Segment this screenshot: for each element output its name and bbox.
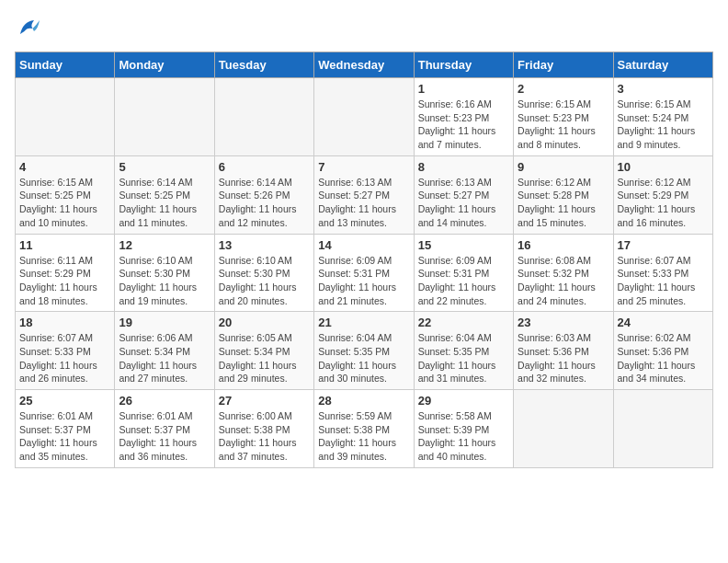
day-cell: 18Sunrise: 6:07 AM Sunset: 5:33 PM Dayli… xyxy=(16,312,115,390)
day-cell: 8Sunrise: 6:13 AM Sunset: 5:27 PM Daylig… xyxy=(414,155,513,234)
day-cell: 29Sunrise: 5:58 AM Sunset: 5:39 PM Dayli… xyxy=(414,390,513,468)
day-cell: 17Sunrise: 6:07 AM Sunset: 5:33 PM Dayli… xyxy=(613,234,712,312)
day-cell: 10Sunrise: 6:12 AM Sunset: 5:29 PM Dayli… xyxy=(613,155,712,234)
day-number: 19 xyxy=(119,316,210,329)
day-cell xyxy=(613,390,712,468)
week-row-4: 18Sunrise: 6:07 AM Sunset: 5:33 PM Dayli… xyxy=(16,312,713,390)
day-number: 2 xyxy=(518,82,609,96)
day-cell: 12Sunrise: 6:10 AM Sunset: 5:30 PM Dayli… xyxy=(115,234,214,312)
day-cell: 20Sunrise: 6:05 AM Sunset: 5:34 PM Dayli… xyxy=(214,312,313,390)
day-cell xyxy=(314,78,414,156)
day-number: 18 xyxy=(19,316,110,329)
day-number: 20 xyxy=(219,316,310,329)
day-cell: 11Sunrise: 6:11 AM Sunset: 5:29 PM Dayli… xyxy=(16,234,115,312)
header-row: SundayMondayTuesdayWednesdayThursdayFrid… xyxy=(16,52,713,78)
day-info: Sunrise: 6:14 AM Sunset: 5:26 PM Dayligh… xyxy=(219,176,310,230)
day-cell: 2Sunrise: 6:15 AM Sunset: 5:23 PM Daylig… xyxy=(514,78,613,156)
day-info: Sunrise: 6:13 AM Sunset: 5:27 PM Dayligh… xyxy=(418,176,509,230)
day-info: Sunrise: 6:06 AM Sunset: 5:34 PM Dayligh… xyxy=(119,331,210,385)
day-number: 23 xyxy=(518,316,609,329)
day-info: Sunrise: 6:02 AM Sunset: 5:36 PM Dayligh… xyxy=(618,331,709,385)
day-cell: 13Sunrise: 6:10 AM Sunset: 5:30 PM Dayli… xyxy=(214,234,313,312)
day-number: 14 xyxy=(318,238,409,252)
day-cell xyxy=(514,390,613,468)
day-cell: 27Sunrise: 6:00 AM Sunset: 5:38 PM Dayli… xyxy=(214,390,313,468)
day-cell: 19Sunrise: 6:06 AM Sunset: 5:34 PM Dayli… xyxy=(115,312,214,390)
day-info: Sunrise: 6:12 AM Sunset: 5:29 PM Dayligh… xyxy=(618,176,709,230)
day-number: 22 xyxy=(418,316,509,329)
day-cell: 1Sunrise: 6:16 AM Sunset: 5:23 PM Daylig… xyxy=(414,78,513,156)
header-cell-wednesday: Wednesday xyxy=(314,52,414,78)
day-info: Sunrise: 6:07 AM Sunset: 5:33 PM Dayligh… xyxy=(618,254,709,308)
day-info: Sunrise: 6:11 AM Sunset: 5:29 PM Dayligh… xyxy=(19,254,110,308)
day-cell: 6Sunrise: 6:14 AM Sunset: 5:26 PM Daylig… xyxy=(214,155,313,234)
day-info: Sunrise: 6:00 AM Sunset: 5:38 PM Dayligh… xyxy=(219,409,310,464)
day-cell: 25Sunrise: 6:01 AM Sunset: 5:37 PM Dayli… xyxy=(16,390,115,468)
day-number: 16 xyxy=(518,238,609,252)
calendar-header: SundayMondayTuesdayWednesdayThursdayFrid… xyxy=(16,52,713,78)
day-info: Sunrise: 6:05 AM Sunset: 5:34 PM Dayligh… xyxy=(219,331,310,385)
day-info: Sunrise: 6:04 AM Sunset: 5:35 PM Dayligh… xyxy=(418,331,509,385)
day-number: 11 xyxy=(19,238,110,252)
day-info: Sunrise: 6:09 AM Sunset: 5:31 PM Dayligh… xyxy=(418,254,509,308)
day-number: 28 xyxy=(318,394,409,408)
day-number: 9 xyxy=(518,160,609,174)
day-info: Sunrise: 6:10 AM Sunset: 5:30 PM Dayligh… xyxy=(119,254,210,308)
day-info: Sunrise: 6:14 AM Sunset: 5:25 PM Dayligh… xyxy=(119,176,210,230)
day-info: Sunrise: 6:01 AM Sunset: 5:37 PM Dayligh… xyxy=(119,409,210,464)
logo-icon xyxy=(15,15,42,42)
day-cell: 21Sunrise: 6:04 AM Sunset: 5:35 PM Dayli… xyxy=(314,312,414,390)
day-info: Sunrise: 6:10 AM Sunset: 5:30 PM Dayligh… xyxy=(219,254,310,308)
day-number: 4 xyxy=(19,160,110,174)
header-cell-monday: Monday xyxy=(115,52,214,78)
week-row-5: 25Sunrise: 6:01 AM Sunset: 5:37 PM Dayli… xyxy=(16,390,713,468)
day-info: Sunrise: 6:15 AM Sunset: 5:24 PM Dayligh… xyxy=(618,98,709,152)
day-cell: 26Sunrise: 6:01 AM Sunset: 5:37 PM Dayli… xyxy=(115,390,214,468)
calendar-table: SundayMondayTuesdayWednesdayThursdayFrid… xyxy=(15,52,713,468)
day-number: 21 xyxy=(318,316,409,329)
day-info: Sunrise: 6:15 AM Sunset: 5:23 PM Dayligh… xyxy=(518,98,609,152)
day-number: 5 xyxy=(119,160,210,174)
page-header xyxy=(15,15,713,42)
day-info: Sunrise: 6:08 AM Sunset: 5:32 PM Dayligh… xyxy=(518,254,609,308)
header-cell-saturday: Saturday xyxy=(613,52,712,78)
day-number: 6 xyxy=(219,160,310,174)
day-number: 8 xyxy=(418,160,509,174)
day-cell xyxy=(214,78,313,156)
day-cell: 28Sunrise: 5:59 AM Sunset: 5:38 PM Dayli… xyxy=(314,390,414,468)
day-cell: 23Sunrise: 6:03 AM Sunset: 5:36 PM Dayli… xyxy=(514,312,613,390)
day-cell: 24Sunrise: 6:02 AM Sunset: 5:36 PM Dayli… xyxy=(613,312,712,390)
header-cell-friday: Friday xyxy=(514,52,613,78)
week-row-1: 1Sunrise: 6:16 AM Sunset: 5:23 PM Daylig… xyxy=(16,78,713,156)
day-cell: 4Sunrise: 6:15 AM Sunset: 5:25 PM Daylig… xyxy=(16,155,115,234)
day-cell: 3Sunrise: 6:15 AM Sunset: 5:24 PM Daylig… xyxy=(613,78,712,156)
day-number: 17 xyxy=(618,238,709,252)
day-number: 12 xyxy=(119,238,210,252)
day-cell xyxy=(16,78,115,156)
day-number: 13 xyxy=(219,238,310,252)
day-cell: 16Sunrise: 6:08 AM Sunset: 5:32 PM Dayli… xyxy=(514,234,613,312)
header-cell-thursday: Thursday xyxy=(414,52,513,78)
day-number: 25 xyxy=(19,394,110,408)
day-info: Sunrise: 6:04 AM Sunset: 5:35 PM Dayligh… xyxy=(318,331,409,385)
day-cell: 14Sunrise: 6:09 AM Sunset: 5:31 PM Dayli… xyxy=(314,234,414,312)
day-number: 1 xyxy=(418,82,509,96)
day-info: Sunrise: 6:12 AM Sunset: 5:28 PM Dayligh… xyxy=(518,176,609,230)
day-info: Sunrise: 6:01 AM Sunset: 5:37 PM Dayligh… xyxy=(19,409,110,464)
day-cell: 7Sunrise: 6:13 AM Sunset: 5:27 PM Daylig… xyxy=(314,155,414,234)
day-number: 24 xyxy=(618,316,709,329)
header-cell-sunday: Sunday xyxy=(16,52,115,78)
day-number: 10 xyxy=(618,160,709,174)
day-info: Sunrise: 6:03 AM Sunset: 5:36 PM Dayligh… xyxy=(518,331,609,385)
day-cell: 5Sunrise: 6:14 AM Sunset: 5:25 PM Daylig… xyxy=(115,155,214,234)
calendar-body: 1Sunrise: 6:16 AM Sunset: 5:23 PM Daylig… xyxy=(16,78,713,468)
day-info: Sunrise: 5:59 AM Sunset: 5:38 PM Dayligh… xyxy=(318,409,409,464)
day-number: 15 xyxy=(418,238,509,252)
week-row-3: 11Sunrise: 6:11 AM Sunset: 5:29 PM Dayli… xyxy=(16,234,713,312)
week-row-2: 4Sunrise: 6:15 AM Sunset: 5:25 PM Daylig… xyxy=(16,155,713,234)
day-number: 3 xyxy=(618,82,709,96)
day-cell xyxy=(115,78,214,156)
day-number: 27 xyxy=(219,394,310,408)
day-info: Sunrise: 5:58 AM Sunset: 5:39 PM Dayligh… xyxy=(418,409,509,464)
day-info: Sunrise: 6:07 AM Sunset: 5:33 PM Dayligh… xyxy=(19,331,110,385)
